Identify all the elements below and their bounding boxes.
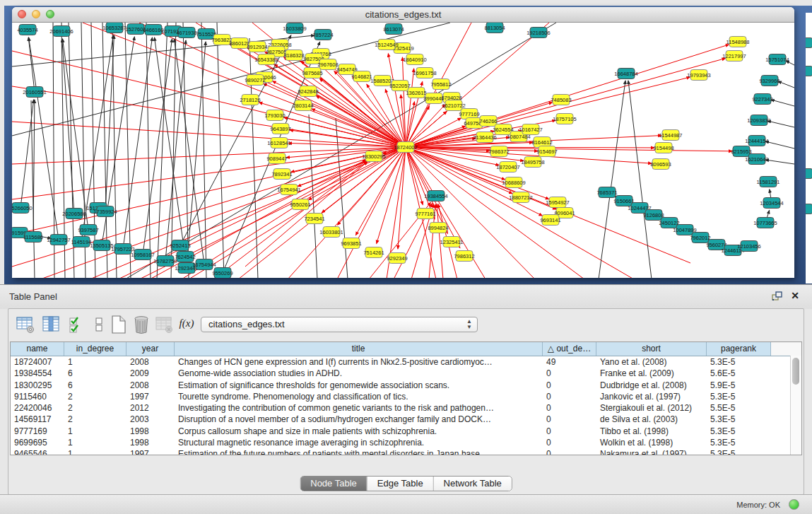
table-cell: 1998 (126, 437, 175, 448)
table-cell: Yano et al. (2008) (596, 356, 707, 368)
table-cell: 2008 (126, 356, 175, 368)
edit-columns-icon[interactable] (41, 315, 61, 334)
graph-node-label: 7685371 (596, 189, 617, 196)
table-tabs: Node TableEdge TableNetwork Table (300, 476, 512, 491)
table-cell: 9115460 (11, 391, 64, 402)
table-cell: Nakamura et al. (1997) (596, 448, 707, 455)
table-row[interactable]: 2242004622012Investigating the contribut… (11, 402, 801, 414)
table-cell: 2 (64, 414, 126, 425)
graph-node-label: 9154697 (536, 148, 557, 155)
table-panel-title: Table Panel (9, 291, 57, 302)
table-row[interactable]: 969969511998Structural magnetic resonanc… (11, 437, 801, 448)
graph-node-label: 2803144 (293, 103, 313, 109)
table-row[interactable]: 946554611997Estimation of the future num… (11, 448, 801, 455)
new-document-icon[interactable] (109, 315, 129, 334)
graph-node-label: 10047899 (673, 227, 696, 233)
graph-node-label: 8912934 (247, 44, 267, 50)
graph-node-label: 9329966 (759, 78, 779, 84)
graph-node-label: 12034544 (760, 200, 783, 206)
table-cell: 2003 (126, 414, 175, 425)
table-selector-dropdown[interactable]: citations_edges.txt ▲▼ (201, 317, 478, 332)
graph-node-label: 8522057 (389, 83, 410, 89)
graph-node-label: 10958167 (131, 252, 154, 258)
graph-node-label: 12325411 (440, 239, 464, 245)
graph-node-label: 9242848 (298, 88, 318, 95)
graph-node (806, 37, 812, 48)
table-row[interactable]: 911546021997Tourette syndrome. Phenomeno… (11, 391, 801, 402)
tab-node-table[interactable]: Node Table (300, 477, 367, 491)
table-row[interactable]: 1456911722003Disruption of a novel membe… (11, 414, 801, 425)
table-selector-value: citations_edges.txt (208, 319, 285, 329)
graph-node-label: 7892341 (271, 171, 292, 177)
graph-node-label: 9890272 (245, 77, 265, 83)
graph-node-label: 10653287 (102, 25, 126, 31)
table-cell: Dudbridge et al. (2008) (596, 380, 707, 391)
graph-node-label: 9126808 (643, 212, 664, 218)
tab-network-table[interactable]: Network Table (433, 477, 512, 491)
table-cell: 5.6E-5 (707, 368, 771, 379)
tab-edge-table[interactable]: Edge Table (367, 477, 433, 491)
table-cell: Wolkin et al. (1998) (596, 437, 707, 448)
graph-svg: 4035574206914061065328715276026466160107… (12, 23, 794, 278)
network-window-titlebar[interactable]: citations_edges.txt (12, 7, 794, 23)
table-cell: 2 (64, 402, 126, 414)
table-cell: 5.3E-5 (707, 414, 771, 425)
table-toolbar: f(x) citations_edges.txt ▲▼ (8, 309, 804, 340)
memory-ok-indicator-icon[interactable] (789, 499, 799, 510)
close-panel-icon[interactable]: ✕ (791, 290, 799, 301)
graph-node-label: 21364436 (473, 134, 496, 141)
table-row[interactable]: 1938455462009Genome-wide association stu… (11, 368, 801, 379)
scrollbar-thumb[interactable] (792, 358, 799, 385)
table-cell: Genome-wide association studies in ADHD. (175, 368, 543, 379)
table-cell: Changes of HCN gene expression and I(f) … (175, 356, 543, 368)
network-window-title: citations_edges.txt (12, 9, 794, 20)
table-cell: 18724007 (11, 356, 64, 368)
column-header-in_degree[interactable]: in_degree (64, 342, 126, 356)
graph-node-label: 15124549 (375, 42, 398, 48)
float-window-icon[interactable] (772, 291, 782, 301)
table-cell: 0 (543, 437, 596, 448)
column-header-short[interactable]: short (596, 342, 707, 356)
application-window: citations_edges.txt 40355742069140610653… (0, 0, 812, 514)
graph-node-label: 20206586 (62, 211, 86, 217)
column-header-name[interactable]: name (11, 342, 64, 356)
table-panel-body: f(x) citations_edges.txt ▲▼ namein_degre… (8, 308, 804, 495)
graph-node-label: 9550269 (212, 270, 233, 276)
table-settings-icon[interactable] (16, 315, 35, 334)
table-cell: 5.3E-5 (707, 391, 771, 402)
background-network-sliver (806, 13, 812, 284)
function-builder-icon[interactable]: f(x) (177, 317, 196, 337)
column-header-out_de[interactable]: △ out_de… (543, 342, 596, 356)
graph-node-label: 10773665 (753, 220, 777, 226)
graph-node-label: 16754944 (192, 262, 216, 268)
network-canvas[interactable]: 4035574206914061065328715276026466160107… (12, 23, 794, 278)
graph-node-label: 8186328 (283, 52, 304, 59)
graph-node-label: 9693851 (341, 240, 361, 247)
graph-node-label: 19793943 (687, 72, 710, 78)
graph-node-label: 25266050 (12, 205, 33, 211)
column-header-year[interactable]: year (126, 342, 175, 356)
graph-node-label: 7234541 (304, 216, 324, 222)
table-cell: 1 (64, 448, 126, 455)
table-row[interactable]: 1830029562008Estimation of significance … (11, 380, 801, 391)
table-body: 1872400712008Changes of HCN gene express… (11, 356, 801, 455)
table-header: namein_degreeyeartitle△ out_de…shortpage… (11, 342, 801, 356)
graph-node-label: 13505135 (90, 243, 113, 249)
table-cell: Estimation of the future numbers of pati… (175, 448, 543, 455)
select-all-checks-icon[interactable] (66, 315, 86, 334)
table-cell: Corpus callosum shape and size in male p… (175, 426, 543, 437)
column-header-pagerank[interactable]: pagerank (707, 342, 771, 356)
vertical-scrollbar[interactable] (790, 356, 801, 455)
column-header-title[interactable]: title (175, 342, 543, 356)
delete-table-icon-disabled (154, 315, 174, 334)
graph-node-label: 8096593 (650, 161, 671, 168)
row-height-icon[interactable] (89, 315, 109, 334)
table-cell: 14569117 (11, 414, 64, 425)
graph-node-label: 16033809 (283, 25, 306, 32)
table-row[interactable]: 977716911998Corpus callosum shape and si… (11, 426, 801, 437)
delete-trash-icon[interactable] (131, 315, 151, 334)
graph-node-label: 7955812 (430, 81, 451, 88)
table-row[interactable]: 1872400712008Changes of HCN gene express… (11, 356, 801, 368)
table-cell: 1 (64, 426, 126, 437)
graph-node-label: 16648784 (614, 71, 637, 77)
